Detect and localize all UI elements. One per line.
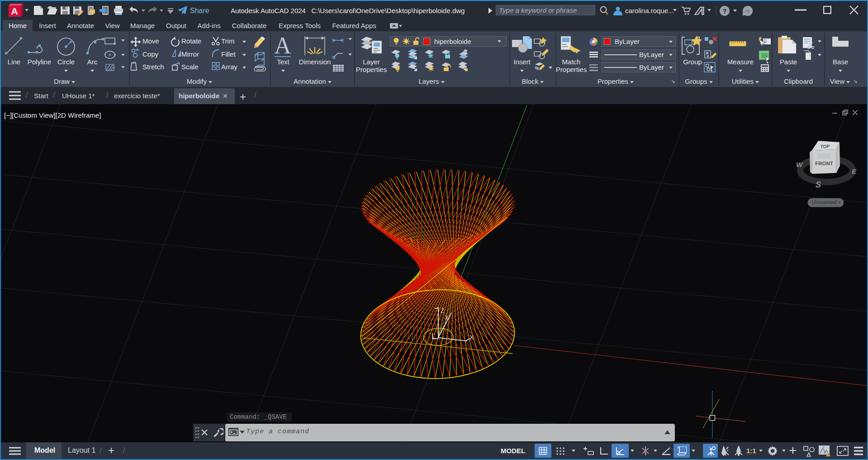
svg-text:FRONT: FRONT: [815, 161, 833, 166]
svg-text:E: E: [852, 168, 857, 175]
svg-text:Unnamed: Unnamed: [812, 199, 837, 206]
svg-text:!: !: [828, 453, 829, 456]
svg-text:S: S: [816, 180, 821, 189]
svg-text:TOP: TOP: [820, 144, 830, 149]
svg-text:W: W: [796, 161, 803, 168]
svg-text:Z: Z: [441, 307, 445, 314]
svg-text:Y: Y: [445, 314, 449, 321]
svg-text:A: A: [11, 6, 18, 16]
svg-text:?: ?: [722, 7, 726, 15]
svg-text:X: X: [470, 334, 474, 341]
